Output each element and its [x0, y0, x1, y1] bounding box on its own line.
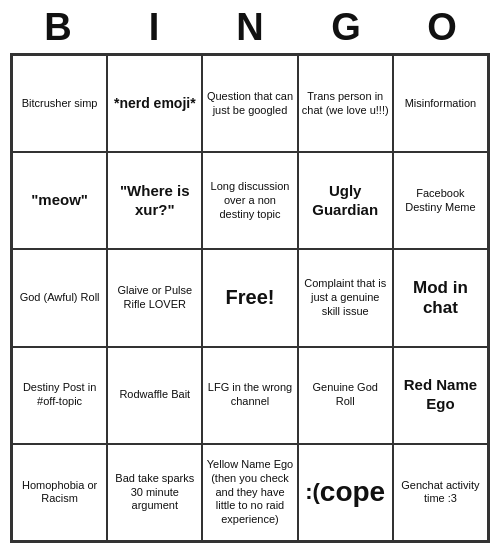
cell-r3c4[interactable]: Red Name Ego: [393, 347, 488, 444]
title-o: O: [402, 6, 482, 49]
cell-r4c4[interactable]: Genchat activity time :3: [393, 444, 488, 541]
cell-r1c1[interactable]: "Where is xur?": [107, 152, 202, 249]
cell-r0c0[interactable]: Bitcrusher simp: [12, 55, 107, 152]
cell-r0c2[interactable]: Question that can just be googled: [202, 55, 297, 152]
title-row: B I N G O: [10, 0, 490, 53]
title-i: I: [114, 6, 194, 49]
title-g: G: [306, 6, 386, 49]
cell-r1c0[interactable]: "meow": [12, 152, 107, 249]
cell-r4c0[interactable]: Homophobia or Racism: [12, 444, 107, 541]
cell-r0c4[interactable]: Misinformation: [393, 55, 488, 152]
title-n: N: [210, 6, 290, 49]
cell-r3c2[interactable]: LFG in the wrong channel: [202, 347, 297, 444]
cell-r2c4[interactable]: Mod in chat: [393, 249, 488, 346]
cell-r3c0[interactable]: Destiny Post in #off-topic: [12, 347, 107, 444]
cell-r1c4[interactable]: Facebook Destiny Meme: [393, 152, 488, 249]
cell-r2c3[interactable]: Complaint that is just a genuine skill i…: [298, 249, 393, 346]
cell-r0c3[interactable]: Trans person in chat (we love u!!!): [298, 55, 393, 152]
cell-r0c1[interactable]: *nerd emoji*: [107, 55, 202, 152]
cell-r4c2[interactable]: Yellow Name Ego (then you check and they…: [202, 444, 297, 541]
cell-r4c1[interactable]: Bad take sparks 30 minute argument: [107, 444, 202, 541]
title-b: B: [18, 6, 98, 49]
cell-r2c0[interactable]: God (Awful) Roll: [12, 249, 107, 346]
cell-r3c1[interactable]: Rodwaffle Bait: [107, 347, 202, 444]
cell-r2c1[interactable]: Glaive or Pulse Rifle LOVER: [107, 249, 202, 346]
cell-r3c3[interactable]: Genuine God Roll: [298, 347, 393, 444]
cell-r2c2[interactable]: Free!: [202, 249, 297, 346]
cell-r1c2[interactable]: Long discussion over a non destiny topic: [202, 152, 297, 249]
cell-r4c3[interactable]: :(cope: [298, 444, 393, 541]
bingo-grid: Bitcrusher simp*nerd emoji*Question that…: [10, 53, 490, 543]
cell-r1c3[interactable]: Ugly Guardian: [298, 152, 393, 249]
